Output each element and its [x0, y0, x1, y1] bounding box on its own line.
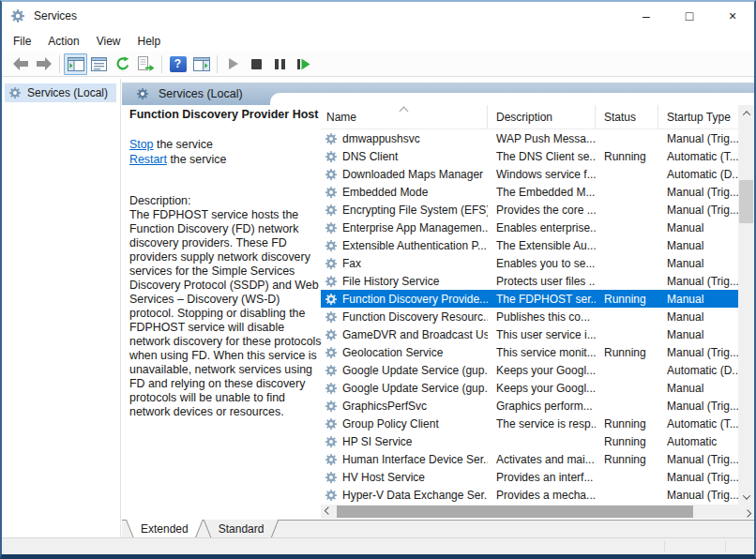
service-row[interactable]: Human Interface Device Ser...Activates a…	[321, 450, 738, 468]
menu-file[interactable]: File	[12, 32, 39, 51]
stop-service-suffix: the service	[154, 138, 213, 151]
horizontal-scroll-thumb[interactable]	[337, 506, 693, 518]
service-startup-type-cell: Manual (Trig...	[658, 453, 739, 466]
menu-bar: File Action View Help	[2, 30, 754, 52]
column-header-name[interactable]: Name	[321, 105, 488, 128]
service-name-cell: GameDVR and Broadcast Us...	[321, 328, 488, 341]
scroll-up-button[interactable]	[738, 105, 754, 121]
services-gear-icon	[136, 87, 149, 100]
service-row[interactable]: DNS ClientThe DNS Client se...RunningAut…	[321, 147, 738, 165]
service-row[interactable]: Encrypting File System (EFS)Provides the…	[321, 201, 738, 219]
menu-help[interactable]: Help	[129, 32, 170, 51]
extended-view-button[interactable]	[189, 53, 213, 75]
service-row[interactable]: GameDVR and Broadcast Us...This user ser…	[321, 325, 738, 343]
service-row[interactable]: Group Policy ClientThe service is resp..…	[321, 415, 738, 432]
list-column-headers: Name Description Status Startup Type	[321, 105, 738, 129]
service-row[interactable]: Downloaded Maps ManagerWindows service f…	[321, 165, 738, 183]
service-name-cell: DNS Client	[321, 150, 488, 163]
export-list-button[interactable]	[134, 53, 158, 75]
column-header-description[interactable]: Description	[488, 105, 596, 128]
service-description-cell: WAP Push Messa...	[488, 132, 596, 145]
column-header-status[interactable]: Status	[596, 105, 658, 128]
service-gear-icon	[325, 417, 338, 431]
service-startup-type-cell: Manual	[658, 293, 739, 306]
minimize-button[interactable]: –	[625, 2, 668, 30]
menu-view[interactable]: View	[88, 32, 129, 51]
service-name-cell: Geolocation Service	[321, 346, 488, 359]
service-name-cell: Function Discovery Provide...	[321, 293, 488, 306]
service-name-cell: File History Service	[321, 275, 488, 288]
service-row[interactable]: Embedded ModeThe Embedded M...Manual (Tr…	[321, 183, 738, 201]
service-row[interactable]: HP SI ServiceRunningAutomatic	[321, 432, 738, 450]
service-row[interactable]: Hyper-V Data Exchange Ser...Provides a m…	[321, 486, 738, 504]
restart-service-suffix: the service	[167, 153, 226, 166]
tab-standard[interactable]: Standard	[204, 520, 280, 538]
tree-item-label: Services (Local)	[27, 86, 108, 99]
scroll-down-button[interactable]	[738, 489, 754, 505]
service-name-cell: Group Policy Client	[321, 417, 488, 431]
properties-icon	[91, 57, 107, 71]
service-gear-icon	[325, 328, 338, 341]
service-row[interactable]: Google Update Service (gup...Keeps your …	[321, 361, 738, 379]
play-icon	[228, 57, 239, 70]
scroll-right-button[interactable]	[740, 505, 754, 519]
service-row[interactable]: Geolocation ServiceThis service monit...…	[321, 343, 738, 361]
refresh-icon	[115, 56, 130, 71]
tree-item-services-local[interactable]: Services (Local)	[5, 83, 116, 102]
forward-button[interactable]	[32, 53, 55, 75]
stop-service-link[interactable]: Stop	[129, 138, 154, 151]
service-row[interactable]: dmwappushsvcWAP Push Messa...Manual (Tri…	[321, 129, 738, 147]
service-startup-type-cell: Manual (Trig...	[658, 275, 739, 288]
pause-service-button[interactable]	[268, 53, 292, 75]
service-gear-icon	[325, 346, 338, 359]
service-startup-type-cell: Manual (Trig...	[658, 489, 739, 502]
horizontal-scrollbar[interactable]	[321, 505, 754, 519]
service-description-cell: Keeps your Googl...	[488, 382, 596, 395]
console-tree-icon	[68, 57, 84, 71]
menu-action[interactable]: Action	[39, 32, 87, 51]
services-pane: Services (Local) Function Discovery Prov…	[122, 79, 754, 520]
service-row[interactable]: Extensible Authentication P...The Extens…	[321, 236, 738, 254]
service-startup-type-cell: Manual (Trig...	[658, 132, 739, 145]
back-button[interactable]	[8, 53, 32, 75]
service-row[interactable]: File History ServiceProtects user files …	[321, 272, 738, 290]
service-startup-type-cell: Automatic (D...	[658, 364, 739, 377]
service-gear-icon	[325, 364, 338, 377]
pane-header-title: Services (Local)	[159, 87, 243, 100]
maximize-button[interactable]: □	[668, 2, 711, 30]
service-name-cell: Downloaded Maps Manager	[321, 168, 488, 181]
refresh-button[interactable]	[111, 53, 134, 75]
service-gear-icon	[325, 471, 338, 484]
service-row[interactable]: Google Update Service (gup...Keeps your …	[321, 379, 738, 397]
service-status-cell: Running	[596, 293, 658, 306]
properties-button[interactable]	[87, 53, 111, 75]
help-button[interactable]: ?	[166, 53, 189, 75]
tab-extended[interactable]: Extended	[126, 520, 204, 538]
service-status-cell: Running	[596, 150, 658, 163]
service-gear-icon	[325, 293, 338, 306]
service-row[interactable]: Function Discovery Resourc...Publishes t…	[321, 308, 738, 325]
scroll-left-button[interactable]	[321, 505, 335, 519]
restart-service-button[interactable]	[292, 53, 315, 75]
service-name-cell: Google Update Service (gup...	[321, 364, 488, 377]
pause-icon	[275, 59, 285, 69]
service-name-cell: HV Host Service	[321, 471, 488, 484]
service-gear-icon	[325, 310, 338, 324]
service-name-cell: Extensible Authentication P...	[321, 239, 488, 252]
stop-service-button[interactable]	[245, 53, 268, 75]
service-name-cell: Fax	[321, 257, 488, 270]
service-row[interactable]: GraphicsPerfSvcGraphics perform...Manual…	[321, 397, 738, 415]
column-header-startup-type[interactable]: Startup Type	[658, 105, 739, 128]
service-row[interactable]: HV Host ServiceProvides an interf...Manu…	[321, 468, 738, 486]
start-service-button[interactable]	[221, 53, 245, 75]
service-row[interactable]: FaxEnables you to se...Manual	[321, 254, 738, 272]
vertical-scroll-thumb[interactable]	[739, 180, 753, 223]
title-bar[interactable]: Services – □ ×	[2, 2, 754, 30]
restart-service-link[interactable]: Restart	[129, 153, 167, 166]
vertical-scrollbar[interactable]	[738, 105, 754, 505]
stop-icon	[251, 59, 262, 69]
close-button[interactable]: ×	[711, 2, 754, 30]
show-console-tree-button[interactable]	[64, 53, 87, 75]
service-row[interactable]: Function Discovery Provide...The FDPHOST…	[321, 290, 738, 308]
service-row[interactable]: Enterprise App Managemen...Enables enter…	[321, 219, 738, 236]
